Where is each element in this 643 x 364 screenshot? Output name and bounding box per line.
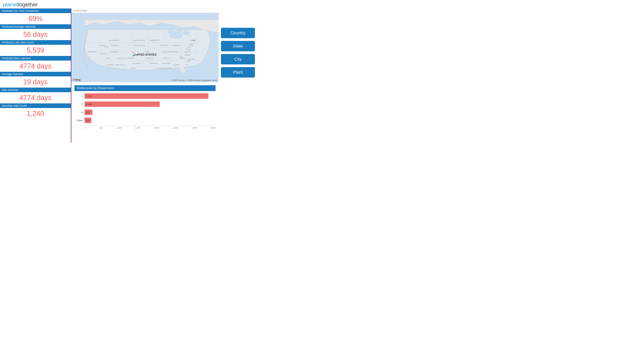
metric-value-on-time: 69% bbox=[0, 13, 71, 24]
metric-header-max-lateness: Predicted Max Lateness bbox=[0, 56, 71, 60]
svg-text:U.S.A.: U.S.A. bbox=[131, 52, 136, 54]
metric-value-late-jobs: 5,539 bbox=[0, 45, 71, 56]
metric-header-late-jobs: Predicted Late Jobs Count bbox=[0, 40, 71, 45]
svg-text:SOUTH DAKOTA: SOUTH DAKOTA bbox=[134, 44, 145, 46]
metric-header-max-overdue: Max Overdue bbox=[0, 88, 71, 92]
svg-text:DELAWARE: DELAWARE bbox=[188, 59, 195, 60]
x-axis-label: 3,000 bbox=[191, 127, 197, 129]
bar-label: C bbox=[75, 103, 83, 106]
svg-point-11 bbox=[183, 31, 189, 35]
svg-text:MISSOURI: MISSOURI bbox=[147, 58, 154, 59]
bar-track: 215 bbox=[85, 110, 216, 115]
svg-text:TENNESSEE: TENNESSEE bbox=[161, 62, 170, 64]
nav-btn-country[interactable]: Country bbox=[221, 28, 255, 38]
svg-text:N.Y.: N.Y. bbox=[188, 49, 190, 50]
svg-text:ARKANSAS: ARKANSAS bbox=[150, 62, 158, 64]
svg-text:IDAHO: IDAHO bbox=[104, 46, 109, 48]
svg-text:COLORADO: COLORADO bbox=[117, 58, 126, 59]
svg-text:NOV: NOV bbox=[191, 46, 193, 47]
bar-track: 3,312 bbox=[85, 93, 216, 99]
svg-point-62 bbox=[194, 40, 195, 40]
svg-text:MISSISSIPPI: MISSISSIPPI bbox=[157, 67, 165, 69]
svg-text:UTAH: UTAH bbox=[106, 58, 110, 59]
svg-text:NEVADA: NEVADA bbox=[100, 53, 106, 54]
svg-text:NORTH DAKOTA: NORTH DAKOTA bbox=[134, 40, 145, 41]
bar-row: Other 183 bbox=[75, 118, 216, 123]
logo-planet: planet bbox=[3, 2, 18, 8]
bar-value: 2,009 bbox=[86, 103, 92, 106]
svg-text:Ottawa: Ottawa bbox=[191, 40, 196, 41]
map-label: Country Maps bbox=[71, 8, 219, 13]
bing-logo: ᴃ Bing bbox=[73, 78, 81, 82]
metric-header-avg-overdue: Average Overdue bbox=[0, 72, 71, 76]
map-svg: OREGON CALIFORNIA NEVADA IDAHO WASHINGTO… bbox=[71, 13, 219, 82]
x-axis-label: 3,500 bbox=[210, 127, 216, 129]
metric-value-avg-lateness: 56 days bbox=[0, 29, 71, 40]
svg-text:CALIFORNIA: CALIFORNIA bbox=[88, 51, 97, 53]
svg-text:IOWA: IOWA bbox=[145, 51, 149, 53]
svg-text:MICHIGAN: MICHIGAN bbox=[173, 45, 180, 46]
right-nav-buttons: CountryStateCityPlant bbox=[219, 8, 257, 142]
metric-max-lateness: Predicted Max Lateness 4774 days bbox=[0, 56, 71, 72]
center-content: Country Maps bbox=[71, 8, 219, 142]
svg-text:WEST: WEST bbox=[180, 56, 183, 58]
svg-point-66 bbox=[133, 55, 134, 56]
svg-text:WASHINGTON: WASHINGTON bbox=[109, 40, 119, 41]
svg-text:OHIO: OHIO bbox=[175, 51, 178, 53]
map-area: Country Maps bbox=[71, 8, 219, 84]
metric-header-overdue-count: Overdue Jobs Count bbox=[0, 104, 71, 108]
x-axis-label: 1,500 bbox=[135, 127, 141, 129]
metric-header-on-time: Predicted On-Time Completion bbox=[0, 8, 71, 13]
svg-text:MD: MD bbox=[188, 60, 191, 62]
metric-avg-overdue: Average Overdue 19 days bbox=[0, 72, 71, 88]
svg-text:R.I.: R.I. bbox=[186, 52, 188, 54]
x-axis-label: 500 bbox=[99, 127, 103, 129]
chart-container: L 3,312 C 2,009 H 215 Other 183 bbox=[75, 93, 216, 123]
map-container[interactable]: OREGON CALIFORNIA NEVADA IDAHO WASHINGTO… bbox=[71, 13, 219, 82]
svg-text:KENTUCKY: KENTUCKY bbox=[163, 58, 171, 59]
chart-title: Bottlenecks by Department bbox=[75, 85, 216, 91]
metric-avg-lateness: Predicted Average Lateness 56 days bbox=[0, 24, 71, 40]
bar-track: 183 bbox=[85, 118, 216, 123]
svg-text:ARIZONA: ARIZONA bbox=[108, 64, 114, 66]
x-axis-label: 1,000 bbox=[116, 127, 122, 129]
metric-late-jobs: Predicted Late Jobs Count 5,539 bbox=[0, 40, 71, 56]
x-axis-label: 2,500 bbox=[173, 127, 178, 129]
svg-text:NB: NB bbox=[189, 51, 191, 52]
bar-row: H 215 bbox=[75, 110, 216, 115]
metric-value-avg-overdue: 19 days bbox=[0, 76, 71, 88]
bar-label: L bbox=[75, 95, 83, 98]
svg-text:INDIANA: INDIANA bbox=[168, 51, 174, 53]
svg-text:MONTANA: MONTANA bbox=[111, 44, 118, 46]
bing-label: Bing bbox=[75, 78, 81, 81]
nav-btn-plant[interactable]: Plant bbox=[221, 67, 255, 78]
bar-value: 183 bbox=[86, 119, 90, 122]
svg-text:MAINE: MAINE bbox=[189, 44, 193, 45]
metric-header-avg-lateness: Predicted Average Lateness bbox=[0, 24, 71, 29]
nav-btn-city[interactable]: City bbox=[221, 54, 255, 64]
svg-text:WISCONSIN: WISCONSIN bbox=[160, 44, 168, 46]
bar-row: L 3,312 bbox=[75, 93, 216, 99]
svg-text:MINNESOTA: MINNESOTA bbox=[150, 39, 160, 41]
svg-text:WYOMING: WYOMING bbox=[111, 51, 118, 53]
nav-btn-state[interactable]: State bbox=[221, 41, 255, 51]
chart-area: Bottlenecks by Department L 3,312 C 2,00… bbox=[71, 84, 219, 142]
bar-fill: 183 bbox=[85, 118, 91, 123]
bar-row: C 2,009 bbox=[75, 102, 216, 107]
bar-value: 3,312 bbox=[86, 95, 92, 98]
svg-text:TEXAS: TEXAS bbox=[130, 67, 135, 69]
svg-point-12 bbox=[167, 30, 175, 34]
svg-text:MASS.: MASS. bbox=[186, 50, 190, 52]
metric-value-overdue-count: 1,240 bbox=[0, 108, 71, 119]
header: planettogether bbox=[0, 0, 257, 8]
svg-text:VIRGINIA: VIRGINIA bbox=[179, 58, 185, 59]
svg-text:KANSAS: KANSAS bbox=[127, 57, 134, 59]
bing-icon: ᴃ bbox=[73, 78, 75, 81]
bar-track: 2,009 bbox=[85, 102, 216, 107]
svg-point-13 bbox=[177, 29, 182, 32]
svg-text:N.H.: N.H. bbox=[188, 46, 190, 48]
svg-text:GEORGIA: GEORGIA bbox=[173, 64, 180, 66]
x-axis-label: 0 bbox=[85, 127, 86, 129]
x-axis: 05001,0001,5002,0002,5003,0003,500 bbox=[75, 126, 216, 129]
bar-label: H bbox=[75, 111, 83, 114]
